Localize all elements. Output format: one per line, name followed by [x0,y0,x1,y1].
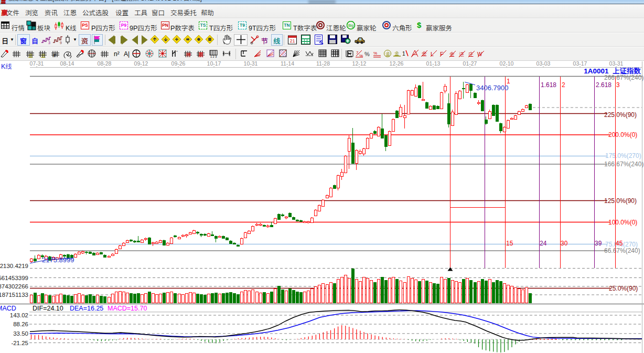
svg-text:1.618: 1.618 [541,81,556,89]
svg-text:02-10: 02-10 [500,60,514,67]
svg-text:45: 45 [616,240,623,247]
svg-text:15: 15 [506,240,513,247]
svg-text:3: 3 [616,81,620,89]
svg-text:374302266: 374302266 [0,283,28,290]
svg-text:10-31: 10-31 [244,60,258,67]
svg-text:187151133: 187151133 [0,292,28,298]
svg-text:39: 39 [595,240,602,247]
svg-text:11-28: 11-28 [316,60,330,67]
svg-text:11-14: 11-14 [281,60,294,67]
svg-text:2.618: 2.618 [596,81,611,89]
svg-text:3406.7900: 3406.7900 [476,84,508,92]
svg-text:2130.4219: 2130.4219 [0,263,28,269]
svg-text:03-03: 03-03 [536,60,551,67]
svg-text:25.0%(90): 25.0%(90) [609,285,638,292]
svg-text:200.0%(0): 200.0%(0) [608,131,637,138]
svg-text:88.26: 88.26 [13,321,28,327]
svg-text:08-14: 08-14 [60,60,74,67]
svg-text:33.50: 33.50 [13,330,28,337]
svg-text:225.0%(90): 225.0%(90) [604,111,637,119]
svg-text:100.0%(0): 100.0%(0) [608,219,637,226]
svg-text:DEA=16.25: DEA=16.25 [70,305,103,312]
svg-text:66.67%(240): 66.67%(240) [604,247,640,254]
svg-text:24: 24 [540,240,547,247]
svg-text:-21.25: -21.25 [11,340,28,346]
svg-text:1A0001 上证指数: 1A0001 上证指数 [584,67,641,75]
svg-text:12-26: 12-26 [390,60,404,67]
svg-text:10-17: 10-17 [207,60,221,67]
svg-text:01-27: 01-27 [463,60,477,67]
svg-text:MACD: MACD [0,305,16,312]
svg-text:2: 2 [562,81,565,89]
svg-text:08-28: 08-28 [98,60,112,67]
svg-text:175.0%(270): 175.0%(270) [605,152,641,159]
svg-text:2175.8999: 2175.8999 [42,256,74,264]
svg-text:143.02: 143.02 [10,312,28,318]
svg-text:01-13: 01-13 [426,60,441,67]
svg-text:03-31: 03-31 [609,60,624,67]
svg-text:166.67%(240): 166.67%(240) [604,161,643,168]
svg-text:K线: K线 [1,63,12,70]
svg-text:07-31: 07-31 [30,60,44,67]
svg-text:12-12: 12-12 [352,60,367,67]
svg-text:30: 30 [561,240,568,247]
svg-text:561453399: 561453399 [0,275,28,281]
svg-text:09-26: 09-26 [171,60,186,67]
svg-text:125.0%(90): 125.0%(90) [604,197,637,205]
svg-text:MACD=15.70: MACD=15.70 [108,305,147,312]
svg-text:03-17: 03-17 [573,60,587,67]
svg-text:09-12: 09-12 [134,60,148,67]
svg-text:DIF=24.10: DIF=24.10 [33,305,63,312]
